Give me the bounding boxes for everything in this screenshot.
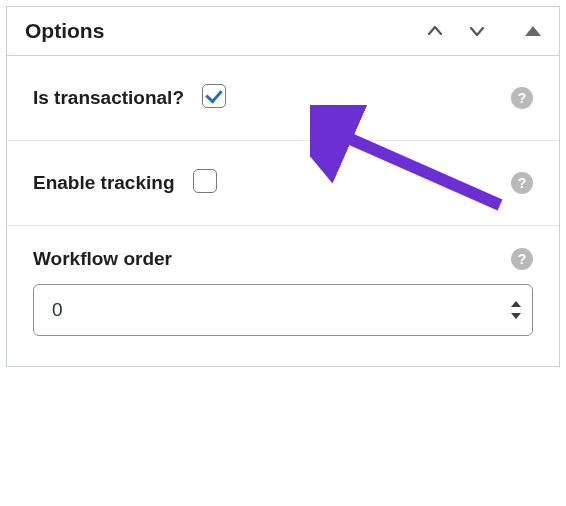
option-row-transactional: Is transactional? ? <box>7 56 559 141</box>
number-stepper <box>509 298 523 322</box>
chevron-up-icon <box>425 21 445 41</box>
transactional-label: Is transactional? <box>33 87 184 109</box>
move-up-button[interactable] <box>423 19 447 43</box>
workflow-label: Workflow order <box>33 248 172 270</box>
transactional-checkbox[interactable] <box>202 84 226 108</box>
panel-title: Options <box>25 19 423 43</box>
workflow-order-input[interactable] <box>33 284 533 336</box>
option-row-workflow: Workflow order ? <box>7 226 559 366</box>
help-icon[interactable]: ? <box>511 87 533 109</box>
workflow-header: Workflow order ? <box>33 248 533 270</box>
tracking-checkbox[interactable] <box>193 169 217 193</box>
chevron-down-icon <box>511 313 521 319</box>
options-panel: Options Is transactional? ? Enable track… <box>6 6 560 367</box>
help-icon[interactable]: ? <box>511 248 533 270</box>
move-down-button[interactable] <box>465 19 489 43</box>
panel-header: Options <box>7 7 559 56</box>
help-icon[interactable]: ? <box>511 172 533 194</box>
collapse-toggle[interactable] <box>525 26 541 36</box>
step-down-button[interactable] <box>509 310 523 322</box>
option-row-tracking: Enable tracking ? <box>7 141 559 226</box>
chevron-down-icon <box>467 21 487 41</box>
step-up-button[interactable] <box>509 298 523 310</box>
chevron-up-icon <box>511 301 521 307</box>
header-controls <box>423 19 541 43</box>
workflow-input-wrap <box>33 284 533 336</box>
tracking-label: Enable tracking <box>33 172 175 194</box>
